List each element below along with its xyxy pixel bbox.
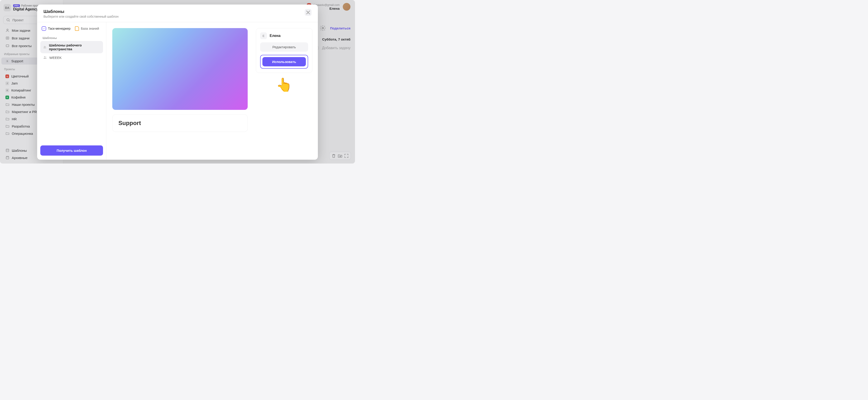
add-task-label: Добавить задачу xyxy=(322,46,350,50)
edit-button[interactable]: Редактировать xyxy=(260,42,308,52)
nav-label: Мои задачи xyxy=(12,29,30,32)
project-color-icon: Ц xyxy=(5,74,9,78)
tab-knowledge-base[interactable]: База знаний xyxy=(75,26,99,31)
project-color-icon: К xyxy=(5,89,9,92)
project-name: Support xyxy=(11,59,23,63)
get-template-button[interactable]: Получить шаблон xyxy=(40,146,103,156)
modal-preview-area: Support xyxy=(106,22,254,160)
use-button-highlight: Использовать xyxy=(260,55,308,69)
template-title-card: Support xyxy=(112,114,248,132)
project-name: Разработка xyxy=(12,124,30,128)
template-author: Е Елена xyxy=(260,32,308,39)
people-icon xyxy=(43,45,46,49)
project-color-icon: К xyxy=(5,96,9,99)
user-icon xyxy=(5,28,9,32)
template-item-weeek[interactable]: WEEEK xyxy=(40,53,103,62)
author-name: Елена xyxy=(270,34,280,38)
project-name: Копирайтинг xyxy=(11,88,31,92)
nav-label: Шаблоны xyxy=(12,149,27,152)
project-name: Кофейня xyxy=(11,95,26,99)
svg-point-16 xyxy=(45,57,46,58)
project-name: Jam xyxy=(11,81,18,85)
modal-right-panel: Е Елена Редактировать Использовать 👆 xyxy=(254,22,318,160)
template-icon xyxy=(5,148,9,152)
modal-sidebar: ✓ Таск-менеджер База знаний Шаблоны Шабл… xyxy=(37,22,106,160)
archive-icon xyxy=(5,156,9,160)
folder-icon xyxy=(5,131,9,135)
close-button[interactable] xyxy=(305,9,312,16)
project-color-icon: S xyxy=(5,59,9,63)
project-name: HR xyxy=(12,117,17,121)
svg-rect-6 xyxy=(6,45,9,47)
fullscreen-icon[interactable] xyxy=(344,153,349,158)
svg-rect-9 xyxy=(6,157,9,159)
pointer-hand-icon: 👆 xyxy=(256,77,312,92)
search-icon xyxy=(6,18,10,22)
tasks-icon xyxy=(5,36,9,40)
project-color-icon: J xyxy=(5,82,9,85)
folder-icon xyxy=(5,110,9,114)
trash-icon[interactable] xyxy=(331,153,336,158)
projects-icon xyxy=(5,44,9,48)
template-preview-image xyxy=(112,28,248,110)
date-label: Суббота, 7 октяб xyxy=(322,37,350,41)
folder-icon xyxy=(5,124,9,128)
pro-badge: PRO xyxy=(13,4,20,7)
tab-label: Таск-менеджер xyxy=(48,27,70,30)
add-task-row[interactable]: + Добавить задачу xyxy=(313,45,350,51)
people-icon xyxy=(43,56,47,60)
svg-rect-3 xyxy=(6,37,9,39)
tab-label: База знаний xyxy=(81,27,99,30)
document-icon xyxy=(75,26,79,31)
svg-point-2 xyxy=(7,29,8,30)
template-preview-title: Support xyxy=(118,120,242,127)
template-item-label: Шаблоны рабочего пространства xyxy=(49,43,100,51)
share-button[interactable]: Поделиться xyxy=(330,26,350,30)
author-avatar: Е xyxy=(260,32,267,39)
templates-modal: Шаблоны Выберите или создайте свой собст… xyxy=(37,4,318,160)
project-name: Цветочный xyxy=(11,74,29,78)
project-name: Наши проекты xyxy=(12,102,35,106)
svg-point-15 xyxy=(44,56,45,58)
project-name: Маркетинг и PR xyxy=(12,110,37,114)
project-name: Операционка xyxy=(12,132,33,135)
modal-subtitle: Выберите или создайте свой собственный ш… xyxy=(43,15,118,18)
modal-title: Шаблоны xyxy=(43,9,118,14)
user-name: Елена xyxy=(330,6,340,10)
svg-rect-7 xyxy=(6,149,9,152)
template-item-workspace[interactable]: Шаблоны рабочего пространства xyxy=(40,41,103,53)
nav-label: Все проекты xyxy=(12,44,32,48)
template-section-label: Шаблоны xyxy=(40,35,103,41)
svg-point-0 xyxy=(7,19,9,21)
folder-icon xyxy=(5,102,9,106)
svg-point-10 xyxy=(322,27,323,29)
svg-point-13 xyxy=(44,46,45,47)
svg-line-1 xyxy=(9,21,9,21)
user-avatar[interactable] xyxy=(343,3,350,11)
use-button[interactable]: Использовать xyxy=(262,57,306,66)
nav-label: Все задачи xyxy=(12,36,29,40)
nav-label: Архивные xyxy=(12,156,27,160)
check-icon: ✓ xyxy=(42,26,46,31)
move-folder-icon[interactable] xyxy=(338,153,343,158)
template-item-label: WEEEK xyxy=(49,56,62,60)
folder-icon xyxy=(5,117,9,121)
bottom-toolbar xyxy=(329,152,351,160)
svg-point-14 xyxy=(45,46,46,47)
gear-icon[interactable] xyxy=(320,25,326,31)
workspace-avatar: DA xyxy=(4,4,11,11)
tab-task-manager[interactable]: ✓ Таск-менеджер xyxy=(42,26,70,31)
